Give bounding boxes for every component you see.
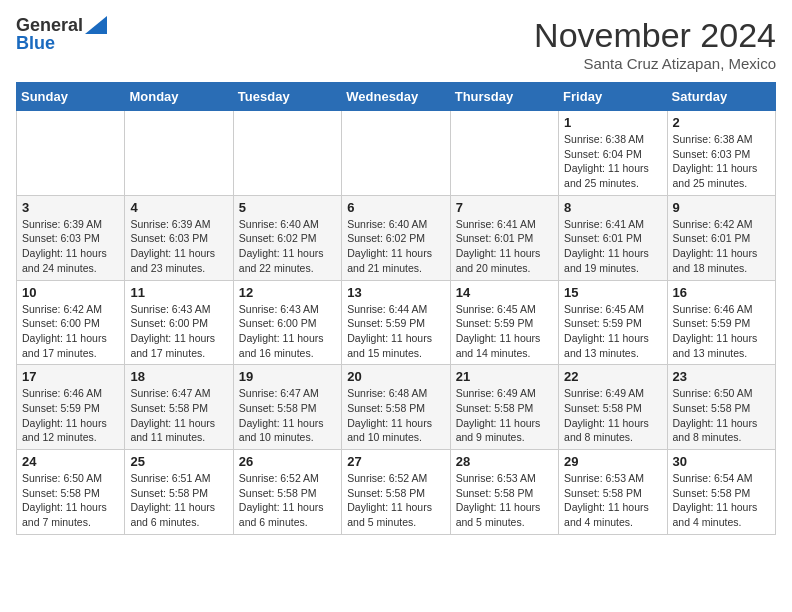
day-info: Sunrise: 6:43 AM Sunset: 6:00 PM Dayligh… (239, 302, 336, 361)
day-info: Sunrise: 6:42 AM Sunset: 6:00 PM Dayligh… (22, 302, 119, 361)
calendar-cell: 1Sunrise: 6:38 AM Sunset: 6:04 PM Daylig… (559, 111, 667, 196)
day-number: 16 (673, 285, 770, 300)
calendar-cell (450, 111, 558, 196)
location-title: Santa Cruz Atizapan, Mexico (534, 55, 776, 72)
day-number: 28 (456, 454, 553, 469)
calendar-week-row: 10Sunrise: 6:42 AM Sunset: 6:00 PM Dayli… (17, 280, 776, 365)
calendar-cell: 23Sunrise: 6:50 AM Sunset: 5:58 PM Dayli… (667, 365, 775, 450)
calendar-col-header: Wednesday (342, 83, 450, 111)
day-number: 2 (673, 115, 770, 130)
day-number: 24 (22, 454, 119, 469)
calendar-cell: 29Sunrise: 6:53 AM Sunset: 5:58 PM Dayli… (559, 450, 667, 535)
day-info: Sunrise: 6:52 AM Sunset: 5:58 PM Dayligh… (239, 471, 336, 530)
day-info: Sunrise: 6:52 AM Sunset: 5:58 PM Dayligh… (347, 471, 444, 530)
calendar-cell: 18Sunrise: 6:47 AM Sunset: 5:58 PM Dayli… (125, 365, 233, 450)
day-number: 27 (347, 454, 444, 469)
calendar-cell: 16Sunrise: 6:46 AM Sunset: 5:59 PM Dayli… (667, 280, 775, 365)
day-info: Sunrise: 6:49 AM Sunset: 5:58 PM Dayligh… (456, 386, 553, 445)
calendar-cell: 20Sunrise: 6:48 AM Sunset: 5:58 PM Dayli… (342, 365, 450, 450)
day-info: Sunrise: 6:44 AM Sunset: 5:59 PM Dayligh… (347, 302, 444, 361)
day-info: Sunrise: 6:38 AM Sunset: 6:04 PM Dayligh… (564, 132, 661, 191)
calendar-col-header: Monday (125, 83, 233, 111)
day-number: 5 (239, 200, 336, 215)
day-number: 11 (130, 285, 227, 300)
day-info: Sunrise: 6:46 AM Sunset: 5:59 PM Dayligh… (22, 386, 119, 445)
calendar-cell: 21Sunrise: 6:49 AM Sunset: 5:58 PM Dayli… (450, 365, 558, 450)
calendar-cell: 4Sunrise: 6:39 AM Sunset: 6:03 PM Daylig… (125, 195, 233, 280)
day-number: 30 (673, 454, 770, 469)
day-number: 26 (239, 454, 336, 469)
logo-blue-text: Blue (16, 34, 55, 52)
calendar-col-header: Sunday (17, 83, 125, 111)
day-info: Sunrise: 6:49 AM Sunset: 5:58 PM Dayligh… (564, 386, 661, 445)
calendar-header-row: SundayMondayTuesdayWednesdayThursdayFrid… (17, 83, 776, 111)
calendar-week-row: 3Sunrise: 6:39 AM Sunset: 6:03 PM Daylig… (17, 195, 776, 280)
calendar-cell: 27Sunrise: 6:52 AM Sunset: 5:58 PM Dayli… (342, 450, 450, 535)
day-info: Sunrise: 6:39 AM Sunset: 6:03 PM Dayligh… (22, 217, 119, 276)
day-number: 13 (347, 285, 444, 300)
calendar-table: SundayMondayTuesdayWednesdayThursdayFrid… (16, 82, 776, 535)
day-number: 25 (130, 454, 227, 469)
day-number: 6 (347, 200, 444, 215)
calendar-cell: 14Sunrise: 6:45 AM Sunset: 5:59 PM Dayli… (450, 280, 558, 365)
page-header: General Blue November 2024 Santa Cruz At… (16, 16, 776, 72)
calendar-cell: 11Sunrise: 6:43 AM Sunset: 6:00 PM Dayli… (125, 280, 233, 365)
calendar-cell: 24Sunrise: 6:50 AM Sunset: 5:58 PM Dayli… (17, 450, 125, 535)
calendar-week-row: 17Sunrise: 6:46 AM Sunset: 5:59 PM Dayli… (17, 365, 776, 450)
day-number: 29 (564, 454, 661, 469)
day-info: Sunrise: 6:53 AM Sunset: 5:58 PM Dayligh… (456, 471, 553, 530)
month-title: November 2024 (534, 16, 776, 55)
day-info: Sunrise: 6:53 AM Sunset: 5:58 PM Dayligh… (564, 471, 661, 530)
day-info: Sunrise: 6:51 AM Sunset: 5:58 PM Dayligh… (130, 471, 227, 530)
day-number: 3 (22, 200, 119, 215)
calendar-cell: 22Sunrise: 6:49 AM Sunset: 5:58 PM Dayli… (559, 365, 667, 450)
calendar-cell: 3Sunrise: 6:39 AM Sunset: 6:03 PM Daylig… (17, 195, 125, 280)
day-info: Sunrise: 6:54 AM Sunset: 5:58 PM Dayligh… (673, 471, 770, 530)
day-number: 15 (564, 285, 661, 300)
calendar-cell: 9Sunrise: 6:42 AM Sunset: 6:01 PM Daylig… (667, 195, 775, 280)
day-info: Sunrise: 6:50 AM Sunset: 5:58 PM Dayligh… (673, 386, 770, 445)
calendar-cell: 2Sunrise: 6:38 AM Sunset: 6:03 PM Daylig… (667, 111, 775, 196)
day-number: 4 (130, 200, 227, 215)
day-number: 21 (456, 369, 553, 384)
day-info: Sunrise: 6:45 AM Sunset: 5:59 PM Dayligh… (564, 302, 661, 361)
calendar-week-row: 1Sunrise: 6:38 AM Sunset: 6:04 PM Daylig… (17, 111, 776, 196)
calendar-cell: 19Sunrise: 6:47 AM Sunset: 5:58 PM Dayli… (233, 365, 341, 450)
calendar-cell: 17Sunrise: 6:46 AM Sunset: 5:59 PM Dayli… (17, 365, 125, 450)
calendar-cell: 15Sunrise: 6:45 AM Sunset: 5:59 PM Dayli… (559, 280, 667, 365)
calendar-cell: 25Sunrise: 6:51 AM Sunset: 5:58 PM Dayli… (125, 450, 233, 535)
day-info: Sunrise: 6:41 AM Sunset: 6:01 PM Dayligh… (456, 217, 553, 276)
day-info: Sunrise: 6:45 AM Sunset: 5:59 PM Dayligh… (456, 302, 553, 361)
calendar-cell (233, 111, 341, 196)
calendar-col-header: Saturday (667, 83, 775, 111)
calendar-cell: 7Sunrise: 6:41 AM Sunset: 6:01 PM Daylig… (450, 195, 558, 280)
day-number: 9 (673, 200, 770, 215)
calendar-col-header: Tuesday (233, 83, 341, 111)
day-info: Sunrise: 6:48 AM Sunset: 5:58 PM Dayligh… (347, 386, 444, 445)
logo: General Blue (16, 16, 107, 52)
calendar-cell: 5Sunrise: 6:40 AM Sunset: 6:02 PM Daylig… (233, 195, 341, 280)
calendar-week-row: 24Sunrise: 6:50 AM Sunset: 5:58 PM Dayli… (17, 450, 776, 535)
day-number: 10 (22, 285, 119, 300)
day-info: Sunrise: 6:43 AM Sunset: 6:00 PM Dayligh… (130, 302, 227, 361)
calendar-cell (125, 111, 233, 196)
day-info: Sunrise: 6:42 AM Sunset: 6:01 PM Dayligh… (673, 217, 770, 276)
day-info: Sunrise: 6:40 AM Sunset: 6:02 PM Dayligh… (239, 217, 336, 276)
day-number: 20 (347, 369, 444, 384)
calendar-col-header: Thursday (450, 83, 558, 111)
day-number: 7 (456, 200, 553, 215)
calendar-cell: 6Sunrise: 6:40 AM Sunset: 6:02 PM Daylig… (342, 195, 450, 280)
day-number: 8 (564, 200, 661, 215)
calendar-cell (17, 111, 125, 196)
day-number: 18 (130, 369, 227, 384)
day-number: 23 (673, 369, 770, 384)
day-info: Sunrise: 6:47 AM Sunset: 5:58 PM Dayligh… (239, 386, 336, 445)
svg-marker-0 (85, 16, 107, 34)
day-info: Sunrise: 6:39 AM Sunset: 6:03 PM Dayligh… (130, 217, 227, 276)
day-number: 14 (456, 285, 553, 300)
calendar-cell: 26Sunrise: 6:52 AM Sunset: 5:58 PM Dayli… (233, 450, 341, 535)
calendar-cell: 13Sunrise: 6:44 AM Sunset: 5:59 PM Dayli… (342, 280, 450, 365)
calendar-cell: 28Sunrise: 6:53 AM Sunset: 5:58 PM Dayli… (450, 450, 558, 535)
day-number: 12 (239, 285, 336, 300)
calendar-cell: 30Sunrise: 6:54 AM Sunset: 5:58 PM Dayli… (667, 450, 775, 535)
